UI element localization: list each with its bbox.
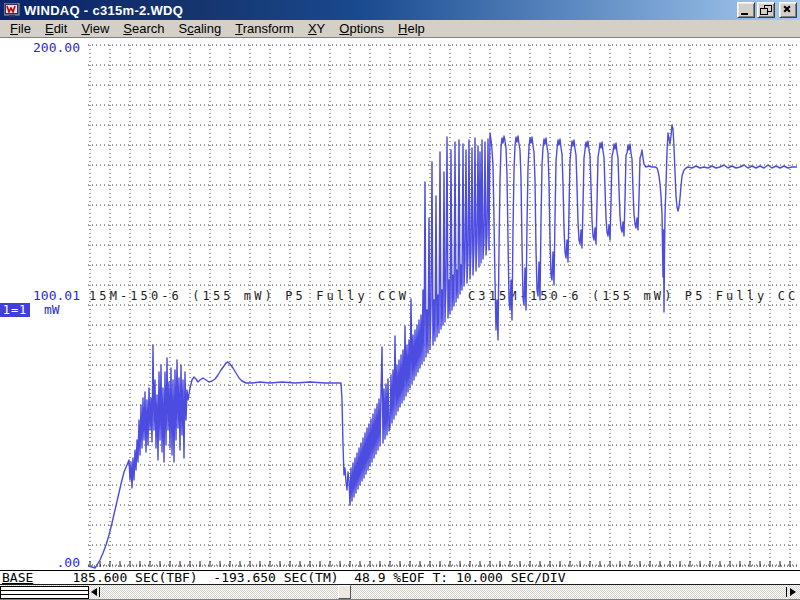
scroll-right-stop — [786, 587, 787, 597]
menu-item-edit[interactable]: Edit — [38, 21, 74, 37]
menu-item-help[interactable]: Help — [391, 21, 432, 37]
restore-button[interactable] — [757, 2, 775, 18]
scrollbar-thumb[interactable] — [338, 585, 351, 599]
menu-item-transform[interactable]: Transform — [228, 21, 301, 37]
menu-item-options[interactable]: Options — [332, 21, 391, 37]
channel-badge[interactable]: 1=1 — [0, 303, 30, 317]
menu-bar: FileEditViewSearchScalingTransformXYOpti… — [0, 20, 800, 38]
unit-label: mW — [44, 302, 60, 317]
menu-item-file[interactable]: File — [3, 21, 38, 37]
y-axis-label: .00 — [2, 555, 80, 570]
windaq-app-icon — [4, 3, 20, 18]
title-bar: WINDAQ - c315m-2.WDQ — [0, 0, 800, 20]
chart-background — [0, 38, 800, 570]
y-axis-label: 200.00 — [2, 40, 80, 55]
menu-item-view[interactable]: View — [74, 21, 116, 37]
position-gauge — [0, 586, 89, 599]
status-readout: 185.600 SEC(TBF) -193.650 SEC(TM) 48.9 %… — [33, 570, 565, 585]
close-button[interactable] — [779, 2, 797, 18]
window-title: WINDAQ - c315m-2.WDQ — [24, 3, 735, 18]
menu-item-search[interactable]: Search — [116, 21, 171, 37]
minimize-icon — [741, 13, 748, 15]
menu-item-xy[interactable]: XY — [301, 21, 332, 37]
menu-item-scaling[interactable]: Scaling — [172, 21, 229, 37]
scroll-right-arrow-icon[interactable] — [790, 588, 796, 596]
y-axis-label: 100.01 — [2, 288, 80, 303]
scroll-left-arrow-icon[interactable] — [91, 588, 97, 596]
scroll-left-stop — [99, 587, 100, 597]
base-mode-label[interactable]: BASE — [2, 570, 33, 585]
status-bar: BASE 185.600 SEC(TBF) -193.650 SEC(TM) 4… — [0, 570, 800, 585]
minimize-button[interactable] — [737, 2, 755, 18]
horizontal-scrollbar[interactable] — [0, 585, 800, 600]
